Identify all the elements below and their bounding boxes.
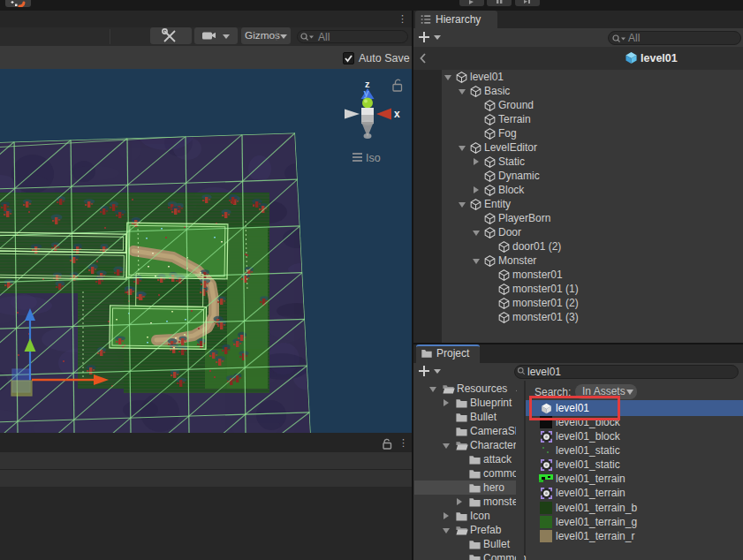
svg-text:x: x: [394, 108, 400, 120]
svg-text:y: y: [364, 87, 370, 98]
svg-text:Gizmos: Gizmos: [245, 29, 280, 42]
svg-text:Iso: Iso: [366, 152, 381, 164]
